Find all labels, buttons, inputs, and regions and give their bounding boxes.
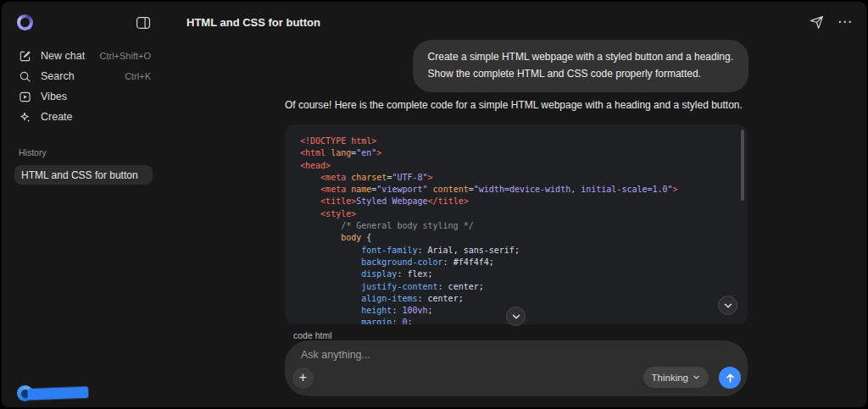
attach-button[interactable]: + [292,368,314,389]
code-block: <!DOCTYPE html><html lang="en"><head> <m… [285,124,748,324]
sidebar-item-label: Create [41,111,73,123]
thinking-mode-selector[interactable]: Thinking [643,367,709,388]
plus-icon: + [299,370,307,384]
sidebar-toggle-icon[interactable] [136,15,151,30]
code-content[interactable]: <!DOCTYPE html><html lang="en"><head> <m… [300,135,736,324]
shortcut-hint: Ctrl+K [125,71,151,81]
send-button[interactable] [719,367,741,389]
share-icon[interactable] [810,15,824,30]
top-bar: HTML and CSS for button ⋯ [2,2,866,44]
thinking-label: Thinking [652,373,688,383]
user-message-text: Create a simple HTML webpage with a styl… [428,49,733,66]
sidebar-item-search[interactable]: Search Ctrl+K [14,66,156,86]
sidebar-nav: New chat Ctrl+Shift+O Search Ctrl+K [2,44,168,127]
account-area [17,385,88,401]
vibes-icon [19,90,32,103]
code-caption: code html [293,330,332,340]
arrow-up-icon [725,373,736,384]
create-icon [19,110,32,124]
user-message-bubble: Create a simple HTML webpage with a styl… [413,40,748,92]
sidebar-item-vibes[interactable]: Vibes [14,86,156,107]
user-message-text: Show the complete HTML and CSS code prop… [428,66,733,83]
code-scroll-down-button[interactable] [718,296,737,315]
sidebar-item-label: Vibes [41,91,67,102]
sidebar-item-create[interactable]: Create [14,107,156,127]
new-chat-icon [19,49,32,63]
sidebar-item-label: Search [41,70,75,82]
history-section-label: History [19,147,47,158]
search-icon [19,69,32,83]
scroll-to-bottom-button[interactable] [506,307,526,326]
composer: Ask anything... + Thinking [285,340,748,396]
chevron-down-icon [693,373,700,381]
history-item-selected[interactable]: HTML and CSS for button [14,165,153,185]
code-scrollbar-thumb[interactable] [741,130,744,201]
app-logo-icon[interactable] [17,14,33,30]
history-item-label: HTML and CSS for button [21,169,138,181]
shortcut-hint: Ctrl+Shift+O [99,51,151,61]
username-redacted [28,387,88,400]
sidebar-item-label: New chat [41,50,85,62]
message-input[interactable]: Ask anything... [301,349,370,361]
app-window: HTML and CSS for button ⋯ New chat C [2,2,866,407]
more-options-icon[interactable]: ⋯ [837,14,853,30]
conversation-title: HTML and CSS for button [186,16,320,29]
sidebar: New chat Ctrl+Shift+O Search Ctrl+K [2,44,168,407]
assistant-message: Of course! Here is the complete code for… [285,99,743,111]
sidebar-item-new-chat[interactable]: New chat Ctrl+Shift+O [14,46,156,66]
